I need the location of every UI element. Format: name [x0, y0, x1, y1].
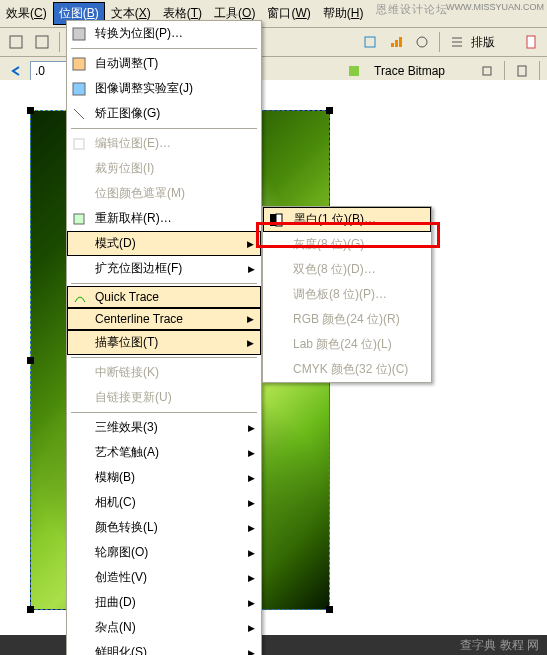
separator	[71, 357, 257, 358]
menu-help[interactable]: 帮助(H)	[317, 2, 370, 25]
straighten-icon	[71, 106, 87, 122]
tool-list-icon[interactable]	[445, 30, 469, 54]
break-link-icon	[71, 365, 87, 381]
cmyk-icon	[267, 362, 283, 378]
menu-crop-bitmap: 裁剪位图(I)	[67, 156, 261, 181]
menu-break-link: 中断链接(K)	[67, 360, 261, 385]
svg-rect-19	[74, 214, 84, 224]
update-link-icon	[71, 390, 87, 406]
separator	[59, 32, 60, 52]
menu-window[interactable]: 窗口(W)	[261, 2, 316, 25]
bitmap-menu-dropdown: 转换为位图(P)… 自动调整(T) 图像调整实验室(J) 矫正图像(G) 编辑位…	[66, 20, 262, 655]
menu-update-link: 自链接更新(U)	[67, 385, 261, 410]
centerline-trace-icon	[72, 311, 88, 327]
menu-noise[interactable]: 杂点(N)▶	[67, 615, 261, 640]
menu-creative[interactable]: 创造性(V)▶	[67, 565, 261, 590]
menu-blur[interactable]: 模糊(B)▶	[67, 465, 261, 490]
submenu-duotone: 双色(8 位)(D)…	[263, 257, 431, 282]
resize-handle[interactable]	[326, 606, 333, 613]
separator	[504, 61, 505, 81]
svg-line-17	[74, 109, 84, 119]
menu-centerline-trace[interactable]: Centerline Trace▶	[67, 308, 261, 330]
chevron-right-icon: ▶	[248, 623, 255, 633]
separator	[71, 412, 257, 413]
svg-rect-12	[483, 67, 491, 75]
menu-inflate-border[interactable]: 扩充位图边框(F)▶	[67, 256, 261, 281]
separator	[71, 48, 257, 49]
menu-auto-adjust[interactable]: 自动调整(T)	[67, 51, 261, 76]
chevron-right-icon: ▶	[247, 314, 254, 324]
separator	[71, 128, 257, 129]
chevron-right-icon: ▶	[248, 648, 255, 656]
chevron-right-icon: ▶	[248, 473, 255, 483]
svg-rect-2	[365, 37, 375, 47]
image-lab-icon	[71, 81, 87, 97]
resize-handle[interactable]	[27, 606, 34, 613]
svg-rect-1	[36, 36, 48, 48]
svg-rect-10	[527, 36, 535, 48]
menu-resample[interactable]: 重新取样(R)…	[67, 206, 261, 231]
chevron-right-icon: ▶	[247, 338, 254, 348]
svg-rect-15	[73, 58, 85, 70]
chevron-right-icon: ▶	[248, 423, 255, 433]
submenu-bw-1bit[interactable]: 黑白(1 位)(B)…	[263, 207, 431, 232]
menu-camera[interactable]: 相机(C)▶	[67, 490, 261, 515]
submenu-cmyk: CMYK 颜色(32 位)(C)	[263, 357, 431, 382]
layout-label: 排版	[471, 34, 495, 51]
svg-point-6	[417, 37, 427, 47]
tool-chart-icon[interactable]	[384, 30, 408, 54]
bw-icon	[268, 212, 284, 228]
lab-icon	[267, 337, 283, 353]
palette-icon	[267, 287, 283, 303]
menu-trace-bitmap[interactable]: 描摹位图(T)▶	[67, 330, 261, 355]
watermark-brand: 恩维设计论坛	[376, 2, 448, 17]
trace-bitmap-icon	[72, 335, 88, 351]
resize-handle[interactable]	[27, 357, 34, 364]
menu-edit-bitmap: 编辑位图(E)…	[67, 131, 261, 156]
rgb-icon	[267, 312, 283, 328]
chevron-right-icon: ▶	[248, 573, 255, 583]
menu-color-transform[interactable]: 颜色转换(L)▶	[67, 515, 261, 540]
menu-effects[interactable]: 效果(C)	[0, 2, 53, 25]
menu-convert-to-bitmap[interactable]: 转换为位图(P)…	[67, 21, 261, 46]
svg-rect-13	[518, 66, 526, 76]
chevron-right-icon: ▶	[248, 598, 255, 608]
chevron-right-icon: ▶	[248, 523, 255, 533]
submenu-grayscale: 灰度(8 位)(G)	[263, 232, 431, 257]
chevron-right-icon: ▶	[248, 264, 255, 274]
svg-rect-18	[74, 139, 84, 149]
menu-mode[interactable]: 模式(D)▶	[67, 231, 261, 256]
resize-handle[interactable]	[27, 107, 34, 114]
svg-rect-21	[276, 214, 282, 226]
menu-art-strokes[interactable]: 艺术笔触(A)▶	[67, 440, 261, 465]
chevron-right-icon: ▶	[248, 548, 255, 558]
submenu-palette: 调色板(8 位)(P)…	[263, 282, 431, 307]
menu-color-mask: 位图颜色遮罩(M)	[67, 181, 261, 206]
menu-sharpen[interactable]: 鲜明化(S)▶	[67, 640, 261, 655]
trace-bitmap-label[interactable]: Trace Bitmap	[368, 64, 451, 78]
svg-rect-20	[270, 214, 276, 226]
menu-image-lab[interactable]: 图像调整实验室(J)	[67, 76, 261, 101]
menu-straighten[interactable]: 矫正图像(G)	[67, 101, 261, 126]
menu-3d-effects[interactable]: 三维效果(3)▶	[67, 415, 261, 440]
tool-generic-1[interactable]	[4, 30, 28, 54]
separator	[439, 32, 440, 52]
svg-rect-3	[391, 43, 394, 47]
tool-generic-2[interactable]	[30, 30, 54, 54]
menu-contour[interactable]: 轮廓图(O)▶	[67, 540, 261, 565]
resize-handle[interactable]	[326, 107, 333, 114]
auto-adjust-icon	[71, 56, 87, 72]
menu-distort[interactable]: 扭曲(D)▶	[67, 590, 261, 615]
resample-icon	[71, 211, 87, 227]
chevron-right-icon: ▶	[247, 239, 254, 249]
tool-generic-3[interactable]	[410, 30, 434, 54]
menu-quick-trace[interactable]: Quick Trace	[67, 286, 261, 308]
edit-bitmap-icon	[71, 136, 87, 152]
crop-bitmap-icon	[71, 161, 87, 177]
tool-page-icon[interactable]	[519, 30, 543, 54]
submenu-lab: Lab 颜色(24 位)(L)	[263, 332, 431, 357]
svg-rect-16	[73, 83, 85, 95]
watermark-url: WWW.MISSYUAN.COM	[446, 2, 544, 12]
tool-snap-icon[interactable]	[358, 30, 382, 54]
chevron-right-icon: ▶	[248, 448, 255, 458]
